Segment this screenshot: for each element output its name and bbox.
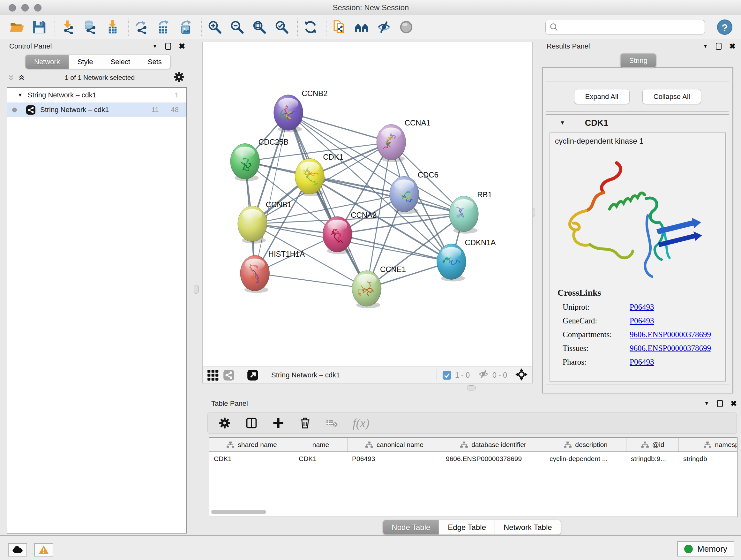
tab-sets[interactable]: Sets: [139, 55, 171, 69]
tab-network[interactable]: Network: [25, 55, 69, 69]
crosslink-label: Uniprot:: [562, 303, 630, 312]
table-row[interactable]: CDK1CDK1P064939606.ENSP00000378699cyclin…: [209, 452, 737, 465]
search-box: [545, 20, 705, 35]
show-all-button[interactable]: [399, 19, 414, 35]
node-CCNB2[interactable]: CCNB2: [274, 89, 328, 132]
node-RB1[interactable]: RB1: [449, 190, 492, 234]
first-neighbors-button[interactable]: [354, 19, 369, 35]
network-thumbnail-icon[interactable]: [223, 369, 234, 381]
refresh-layout-icon: [304, 20, 318, 34]
crosslink-value-link[interactable]: P06493: [630, 303, 654, 312]
tab-network-table[interactable]: Network Table: [495, 520, 561, 535]
edge-CCNB2-CCNA1[interactable]: [288, 113, 391, 142]
import-network-file-button[interactable]: [60, 19, 76, 35]
refresh-layout-button[interactable]: [303, 19, 318, 35]
table-float-icon[interactable]: ▼: [704, 400, 710, 407]
bottom-splitter-handle[interactable]: [467, 385, 476, 390]
results-close-icon[interactable]: ✖: [729, 43, 736, 50]
help-button[interactable]: ?: [717, 19, 732, 35]
open-session-button[interactable]: [9, 19, 24, 35]
show-columns-icon[interactable]: [246, 417, 258, 429]
left-splitter-handle[interactable]: [194, 285, 199, 294]
table-close-icon[interactable]: ✖: [731, 400, 737, 407]
edge-CCNA2-CDKN1A[interactable]: [337, 234, 451, 262]
panel-maximize-icon[interactable]: [165, 43, 171, 50]
network-collection-row[interactable]: ▼ String Network – cdk1 1: [7, 88, 186, 103]
results-maximize-icon[interactable]: [716, 43, 722, 50]
column-header-namespace[interactable]: namespace: [679, 438, 738, 451]
column-header-database-identifier[interactable]: database identifier: [441, 438, 545, 451]
import-network-database-button[interactable]: [83, 19, 98, 35]
grid-view-icon[interactable]: [207, 369, 219, 381]
crosslink-value-link[interactable]: P06493: [630, 358, 654, 367]
node-CDC6[interactable]: CDC6: [390, 171, 439, 214]
edge-CCNB2-CCNE1[interactable]: [288, 113, 367, 289]
expand-all-icon[interactable]: «: [19, 75, 26, 81]
detach-view-icon[interactable]: [247, 369, 259, 381]
node-CCNA1[interactable]: CCNA1: [377, 118, 430, 162]
search-input[interactable]: [561, 21, 704, 34]
column-header-id[interactable]: @id: [626, 438, 679, 451]
collection-caret-icon[interactable]: ▼: [17, 92, 23, 98]
network-canvas[interactable]: CCNB2CCNA1CDC25BCDK1CDC6RB1CCNB1CCNA2CDK…: [202, 42, 533, 367]
node-CCNE1[interactable]: CCNE1: [352, 265, 406, 308]
tab-select[interactable]: Select: [102, 55, 139, 69]
memory-button[interactable]: Memory: [677, 541, 734, 557]
hide-selected-button[interactable]: [376, 19, 392, 35]
network-options-gear-icon[interactable]: [174, 71, 185, 84]
zoom-selected-button[interactable]: [274, 19, 289, 35]
gene-entry-header[interactable]: ▼ CDK1: [546, 115, 729, 131]
maximize-window-button[interactable]: [34, 4, 42, 11]
delete-column-icon[interactable]: [299, 417, 311, 429]
node-CDC25B[interactable]: CDC25B: [230, 138, 288, 181]
close-window-button[interactable]: [9, 4, 16, 11]
column-header-name[interactable]: name: [294, 438, 347, 451]
column-header-canonical-name[interactable]: canonical name: [347, 438, 441, 451]
edge-CCNB2-HIST1H1A[interactable]: [255, 113, 288, 273]
table-cell: stringdb:9...: [626, 452, 679, 465]
add-column-icon[interactable]: [272, 417, 284, 429]
tab-edge-table[interactable]: Edge Table: [439, 520, 495, 535]
results-float-icon[interactable]: ▼: [703, 43, 708, 50]
birds-eye-navigator-icon[interactable]: [515, 368, 528, 382]
node-HIST1H1A[interactable]: HIST1H1A: [240, 250, 305, 293]
horizontal-scrollbar[interactable]: [211, 510, 266, 514]
export-table-button[interactable]: [156, 19, 172, 35]
node-CDKN1A[interactable]: CDKN1A: [437, 238, 496, 282]
network-row-selected[interactable]: String Network – cdk1 11 48: [7, 103, 186, 117]
crosslink-value-link[interactable]: 9606.ENSP00000378699: [630, 330, 711, 339]
zoom-fit-button[interactable]: [252, 19, 267, 35]
network-status-dot: [12, 108, 17, 112]
minimize-window-button[interactable]: [21, 4, 29, 11]
import-network-database-icon: [83, 20, 97, 34]
column-type-icon: [703, 441, 712, 448]
warnings-button[interactable]: [34, 543, 53, 557]
save-session-button[interactable]: [31, 19, 47, 35]
table-maximize-icon[interactable]: [717, 400, 723, 407]
export-network-button[interactable]: [134, 19, 149, 35]
zoom-out-button[interactable]: [229, 19, 245, 35]
tab-string[interactable]: String: [620, 54, 656, 67]
collapse-all-icon[interactable]: »: [9, 75, 15, 81]
crosslink-value-link[interactable]: 9606.ENSP00000378699: [630, 344, 711, 353]
tab-style[interactable]: Style: [69, 55, 102, 69]
export-image-button[interactable]: [179, 19, 194, 35]
table-tabs: Node TableEdge TableNetwork Table: [383, 520, 561, 535]
collapse-all-button[interactable]: Collapse All: [643, 89, 701, 104]
crosslink-value-link[interactable]: P06493: [630, 316, 654, 325]
open-documents-button[interactable]: [332, 19, 347, 35]
gene-caret-icon[interactable]: ▼: [560, 120, 565, 126]
tab-node-table[interactable]: Node Table: [383, 520, 439, 535]
column-header-description[interactable]: description: [545, 438, 626, 451]
selected-checkbox[interactable]: [443, 371, 451, 380]
panel-close-icon[interactable]: ✖: [179, 43, 185, 50]
zoom-in-button[interactable]: [207, 19, 222, 35]
column-header-shared-name[interactable]: shared name: [209, 438, 294, 451]
table-options-gear-icon[interactable]: [219, 417, 231, 429]
edge-HIST1H1A-CCNE1[interactable]: [255, 273, 367, 289]
panel-float-icon[interactable]: ▼: [152, 43, 158, 50]
import-table-button[interactable]: [105, 19, 120, 35]
cloud-status-button[interactable]: [8, 543, 27, 557]
expand-all-button[interactable]: Expand All: [574, 89, 630, 104]
toolbar-separator: [297, 18, 298, 36]
